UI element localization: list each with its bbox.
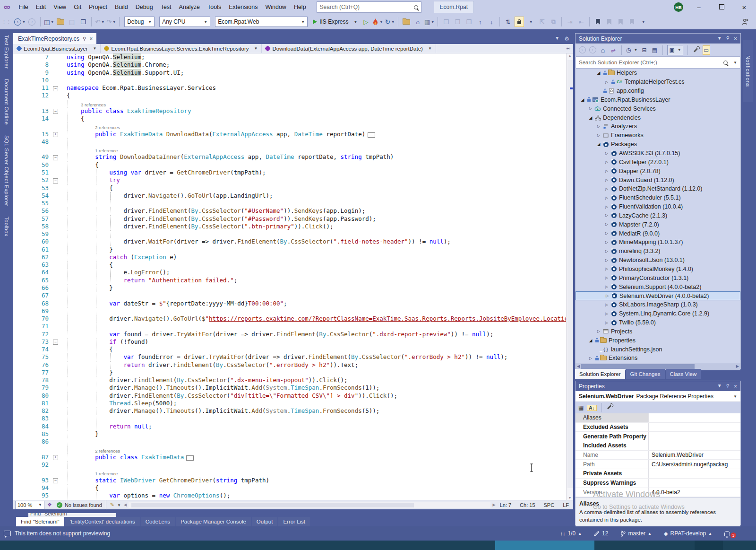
expander-closed-icon[interactable]: ▷	[603, 222, 610, 227]
codelens-row[interactable]: 3 references	[13, 100, 566, 107]
tree-item-analyzers[interactable]: ▷iAnalyzers	[576, 122, 740, 131]
code-line[interactable]: 95var options = new ChromeOptions();	[13, 492, 566, 499]
tool-tab-test-explorer[interactable]: Test Explorer	[4, 35, 9, 69]
expander-closed-icon[interactable]: ▷	[603, 258, 610, 262]
startup-project-select[interactable]: Ecom.Rpat.Web▼	[215, 17, 308, 27]
code-line[interactable]: 9using OpenQA.Selenium.Support.UI;	[13, 69, 566, 77]
code-line[interactable]: 60driver.WaitFor(driver => driver.FindEl…	[13, 238, 566, 245]
expander-closed-icon[interactable]: ▷	[603, 205, 610, 209]
code-line[interactable]: 15+public ExakTimeData DownloadData(Exte…	[13, 131, 566, 138]
tree-item-sixlabors.imagesharp-1.0.3-[interactable]: ▷SixLabors.ImageSharp (1.0.3)	[576, 300, 740, 309]
save-icon[interactable]: ▤	[67, 17, 77, 27]
code-line[interactable]: 7using OpenQA.Selenium;	[13, 53, 566, 61]
tree-item-templatehelpertest.cs[interactable]: ▷C#TemplateHelperTest.cs	[576, 78, 740, 87]
tool-tab-sql-server-object-explorer[interactable]: SQL Server Object Explorer	[4, 135, 9, 206]
line-indicator[interactable]: Ln: 7	[496, 502, 515, 508]
property-row-included-assets[interactable]: Included Assets	[576, 441, 740, 451]
expander-closed-icon[interactable]: ▷	[603, 276, 610, 280]
expander-closed-icon[interactable]: ▷	[587, 106, 594, 111]
menu-extensions[interactable]: Extensions	[225, 4, 261, 10]
open-file-icon[interactable]	[56, 17, 65, 27]
tree-item-projects[interactable]: ▷Projects	[576, 327, 740, 336]
collapsed-code-icon[interactable]: ...	[186, 455, 194, 461]
code-line[interactable]: 56driver.FindElement(By.CssSelector("#Us…	[13, 207, 566, 215]
tree-item-selenium.support-4.0.0-beta2-[interactable]: ▷Selenium.Support (4.0.0-beta2)	[576, 282, 740, 291]
property-value[interactable]: Selenium.WebDriver	[649, 451, 740, 460]
hscroll-left-icon[interactable]: ◀	[124, 503, 127, 507]
code-line[interactable]: 78driver.FindElement(By.CssSelector(".dx…	[13, 376, 566, 384]
code-line[interactable]: 65return "Authentication failed.";	[13, 277, 566, 284]
code-line[interactable]: 77}	[13, 369, 566, 376]
expander-closed-icon[interactable]: ▷	[603, 312, 610, 316]
bottom-tab-package-manager-console[interactable]: Package Manager Console	[176, 517, 251, 526]
codelens-row[interactable]: 2 references	[13, 446, 566, 454]
close-tab-icon[interactable]: ×	[89, 35, 93, 42]
window-menu-icon[interactable]: ▼	[717, 35, 722, 42]
code-line[interactable]: 14{	[13, 115, 566, 122]
tree-item-packages[interactable]: ◢Packages	[576, 140, 740, 149]
tree-item-morelinq-3.3.2-[interactable]: ▷morelinq (3.3.2)	[576, 247, 740, 256]
settings-wrench-icon[interactable]	[692, 45, 700, 55]
editor-horizontal-scrollbar[interactable]	[129, 502, 490, 508]
tree-item-csvhelper-27.0.1-[interactable]: ▷CsvHelper (27.0.1)	[576, 157, 740, 166]
expander-closed-icon[interactable]: ▷	[595, 133, 602, 138]
menu-file[interactable]: File	[15, 4, 32, 10]
tree-item-mediatr-9.0.0-[interactable]: ▷MediatR (9.0.0)	[576, 229, 740, 238]
start-debugging-button[interactable]: IIS Express▼	[311, 17, 359, 27]
tree-item-extensions[interactable]: ▷Extensions	[576, 354, 740, 363]
code-line[interactable]: 57driver.FindElement(By.CssSelector("#Pa…	[13, 215, 566, 223]
tree-item-mimemapping-1.0.1.37-[interactable]: ▷MimeMapping (1.0.1.37)	[576, 238, 740, 247]
prev-comment-icon[interactable]: ❒	[453, 17, 462, 27]
expander-closed-icon[interactable]: ▷	[603, 303, 610, 307]
properties-page-icon[interactable]: ▤	[651, 45, 658, 55]
property-row-version[interactable]: Version4.0.0-beta2	[576, 488, 740, 498]
expander-closed-icon[interactable]: ▷	[603, 151, 610, 156]
expander-closed-icon[interactable]: ▷	[603, 285, 610, 289]
expander-closed-icon[interactable]: ▷	[587, 356, 594, 360]
move-down-icon[interactable]: ↓	[487, 17, 496, 27]
properties-object-selector[interactable]: Selenium.WebDriver Package Reference Pro…	[576, 391, 740, 402]
collapse-region-icon[interactable]: −	[53, 340, 58, 345]
code-line[interactable]: 59	[13, 230, 566, 238]
property-value[interactable]	[649, 432, 740, 441]
tab-options-icon[interactable]: ⚙	[564, 35, 569, 42]
tab-list-dropdown-icon[interactable]: ▼	[555, 35, 559, 42]
code-line[interactable]: 68var dateStr = $"{reportDate:yyyy-MM-dd…	[13, 300, 566, 307]
code-line[interactable]: 85}	[13, 430, 566, 438]
code-line[interactable]: 80driver.FindElement(By.CssSelector("div…	[13, 392, 566, 400]
breadcrumb-segment[interactable]: Ecom.Rpat.BusinessLayer.Services.ExakTim…	[101, 44, 262, 53]
collapse-region-icon[interactable]: −	[53, 109, 58, 114]
collapse-region-icon[interactable]: −	[53, 86, 58, 91]
forward-icon[interactable]: ›	[589, 46, 596, 53]
expander-closed-icon[interactable]: ▷	[603, 249, 610, 253]
scroll-right-icon[interactable]: ▶	[736, 364, 739, 368]
expander-closed-icon[interactable]: ▷	[603, 80, 610, 84]
bottom-tab--entitycontext-declarations[interactable]: 'EntityContext' declarations	[65, 517, 140, 526]
scrollbar-thumb[interactable]	[567, 60, 573, 488]
undo-icon[interactable]: ↶▼	[95, 17, 104, 27]
home-icon[interactable]: ⌂	[599, 45, 607, 55]
expander-closed-icon[interactable]: ▷	[603, 213, 610, 218]
property-row-aliases[interactable]: Aliases	[576, 413, 740, 423]
expander-closed-icon[interactable]: ▷	[603, 178, 610, 182]
pending-edits-button[interactable]: 12	[594, 530, 608, 537]
tool-tab-document-outline[interactable]: Document Outline	[4, 79, 9, 125]
new-comment-icon[interactable]: ❒	[441, 17, 451, 27]
new-project-icon[interactable]: ◫▼	[44, 17, 54, 27]
step-icon[interactable]: ⧉	[549, 17, 558, 27]
tree-item-selenium.webdriver-4.0.0-beta2-[interactable]: ▷Selenium.WebDriver (4.0.0-beta2)	[576, 291, 740, 300]
bookmark-icon[interactable]	[593, 17, 602, 27]
configuration-select[interactable]: Debug▼	[124, 17, 155, 27]
toolbar-grip[interactable]: ⋮⋮	[2, 19, 11, 24]
pin-icon[interactable]: ⚲	[83, 36, 86, 41]
code-line[interactable]: 48	[13, 138, 566, 146]
tree-item-app.config[interactable]: app.config	[576, 87, 740, 96]
minimize-button[interactable]: –	[692, 4, 706, 11]
code-line[interactable]: 54driver.Navigate().GoToUrl(app.LandingU…	[13, 192, 566, 200]
pin-icon[interactable]: ⚲	[726, 383, 730, 390]
eol-indicator[interactable]: LF	[558, 502, 573, 508]
align-icon[interactable]: ⇅	[503, 17, 513, 27]
expander-closed-icon[interactable]: ▷	[595, 124, 602, 129]
code-cleanup-icon[interactable]: ✎▼	[110, 502, 121, 508]
next-bookmark-icon[interactable]	[616, 17, 625, 27]
